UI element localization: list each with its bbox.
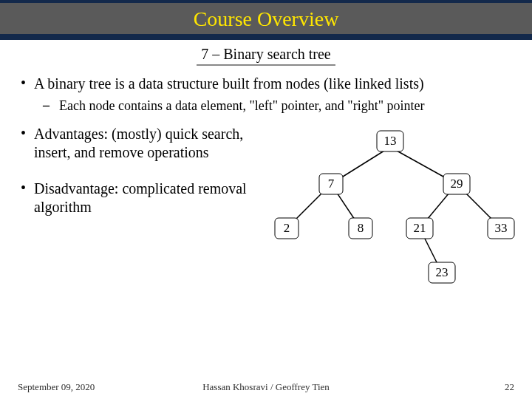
node-label: 29	[451, 177, 463, 191]
tree-edges	[287, 147, 501, 273]
left-column: • Advantages: (mostly) quick search, ins…	[21, 125, 265, 295]
node-label: 23	[436, 265, 449, 279]
bullet-2: • Advantages: (mostly) quick search, ins…	[21, 125, 257, 162]
slide: Course Overview 7 – Binary search tree •…	[0, 0, 532, 399]
bullet-1-sub: – Each node contains a data element, "le…	[43, 98, 511, 115]
footer: September 09, 2020 Hassan Khosravi / Geo…	[0, 381, 532, 393]
node-2: 2	[275, 218, 299, 239]
two-column: • Advantages: (mostly) quick search, ins…	[21, 125, 511, 295]
bullet-dot: •	[21, 125, 34, 162]
node-33: 33	[488, 218, 514, 239]
footer-date: September 09, 2020	[18, 381, 95, 393]
node-label: 2	[284, 221, 290, 235]
bullet-text: Each node contains a data element, "left…	[59, 98, 511, 115]
footer-page: 22	[505, 381, 514, 393]
node-23: 23	[429, 262, 455, 283]
node-label: 33	[495, 221, 508, 235]
node-29: 29	[443, 174, 470, 194]
bullet-dot: •	[21, 75, 34, 93]
tree-diagram: 13 7 29 2	[265, 125, 511, 295]
bullet-3: • Disadvantage: complicated removal algo…	[21, 180, 257, 216]
node-label: 8	[358, 221, 364, 235]
node-13: 13	[377, 131, 403, 151]
bullet-text: Advantages: (mostly) quick search, inser…	[34, 125, 257, 162]
node-label: 13	[384, 134, 397, 148]
node-label: 21	[414, 221, 426, 235]
node-21: 21	[406, 218, 433, 239]
content-area: • A binary tree is a data structure buil…	[0, 70, 532, 295]
node-label: 7	[328, 177, 335, 191]
tree-nodes: 13 7 29 2	[275, 131, 514, 283]
bullet-1: • A binary tree is a data structure buil…	[21, 75, 511, 93]
title-band: Course Overview	[0, 0, 532, 40]
slide-subtitle: 7 – Binary search tree	[197, 46, 335, 66]
subtitle-area: 7 – Binary search tree	[0, 40, 532, 70]
bullet-text: Disadvantage: complicated removal algori…	[34, 180, 257, 216]
node-8: 8	[349, 218, 372, 239]
tree-svg: 13 7 29 2	[265, 125, 516, 295]
bullet-dot: •	[21, 180, 34, 216]
node-7: 7	[319, 174, 343, 194]
slide-title: Course Overview	[0, 7, 532, 31]
bullet-text: A binary tree is a data structure built …	[34, 75, 511, 93]
bullet-dash: –	[43, 98, 59, 115]
